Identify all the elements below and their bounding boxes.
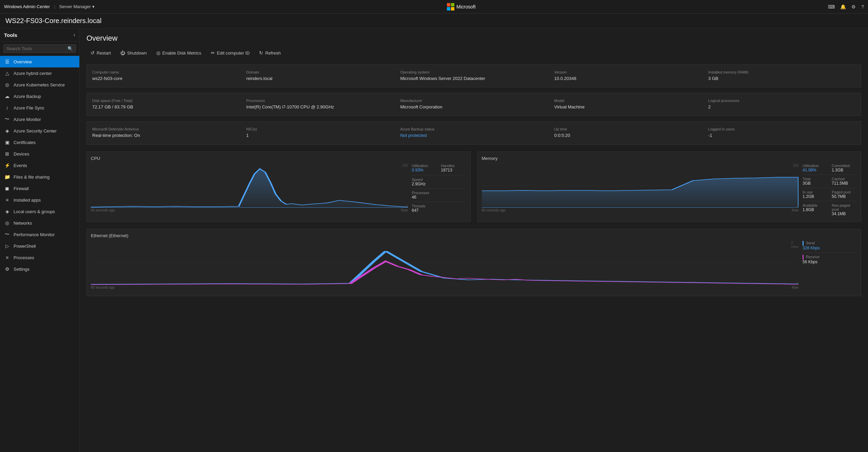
info-label-logged: Logged in users bbox=[708, 127, 855, 131]
not-protected-link[interactable]: Not protected bbox=[400, 133, 427, 138]
cpu-utilization-stat: Utilization 0.93% bbox=[412, 164, 436, 172]
memory-nonpaged-stat: Non-paged pool 34.1MB bbox=[832, 203, 857, 216]
main-layout: Tools ‹ 🔍 ☰ Overview △ Azure hybrid cent… bbox=[0, 28, 868, 452]
sidebar-item-azure-backup[interactable]: ☁ Azure Backup bbox=[0, 90, 79, 102]
topbar-left: Windows Admin Center | Server Manager ▾ bbox=[4, 4, 95, 9]
memory-total-stat: Total 3GB bbox=[803, 177, 826, 186]
ethernet-chart-inner: 2Mbps 0 60 seconds ago Now bbox=[91, 241, 857, 292]
search-input[interactable] bbox=[6, 46, 67, 51]
info-label-domain: Domain bbox=[246, 70, 393, 74]
nav-label-azure-file-sync: Azure File Sync bbox=[14, 105, 44, 110]
info-version: Version 10.0.20348 bbox=[554, 70, 702, 82]
server-manager-btn[interactable]: Server Manager ▾ bbox=[59, 4, 95, 9]
cpu-chart-inner: 100 bbox=[91, 164, 466, 214]
ethernet-chart-area: 2Mbps 0 60 seconds ago Now bbox=[91, 241, 798, 292]
ethernet-time-start: 60 seconds ago bbox=[91, 286, 115, 289]
nav-icon-azure-monitor: 〜 bbox=[4, 116, 10, 122]
cpu-scale-bottom: 0 bbox=[406, 205, 408, 208]
ethernet-recv-row: Receive 56 Kbps bbox=[803, 255, 857, 264]
memory-committed-label: Committed bbox=[832, 164, 855, 168]
terminal-icon[interactable]: ⌨ bbox=[828, 4, 835, 9]
sidebar-item-azure-hybrid[interactable]: △ Azure hybrid center bbox=[0, 67, 79, 79]
sidebar-item-azure-monitor[interactable]: 〜 Azure Monitor bbox=[0, 114, 79, 125]
nav-icon-powershell: ▷ bbox=[4, 243, 10, 249]
info-grid-row1: Computer name ws22-fs03-core Domain rein… bbox=[86, 64, 861, 87]
help-icon[interactable]: ? bbox=[861, 4, 864, 9]
sidebar-item-local-users[interactable]: ◈ Local users & groups bbox=[0, 206, 79, 217]
sidebar-nav: ☰ Overview △ Azure hybrid center ◎ Azure… bbox=[0, 56, 79, 452]
sidebar-item-processes[interactable]: ≡ Processes bbox=[0, 252, 79, 263]
memory-paged-label: Paged pool bbox=[832, 190, 855, 194]
ethernet-recv-value: 56 Kbps bbox=[803, 260, 826, 264]
memory-stat-row1: Utilization 41.08% Committed 1.3GB bbox=[803, 164, 857, 172]
nav-icon-installed-apps: ≡ bbox=[4, 197, 10, 203]
ethernet-send-row: Send 328 Kbps bbox=[803, 241, 857, 250]
info-ram: Installed memory (RAM) 3 GB bbox=[708, 70, 855, 82]
send-color-indicator bbox=[803, 241, 804, 246]
info-label-nics: NIC(s) bbox=[246, 127, 393, 131]
cpu-time-end: Now bbox=[401, 208, 408, 212]
cpu-threads-value: 647 bbox=[412, 208, 436, 213]
info-value-disk: 72.17 GB / 83.79 GB bbox=[92, 104, 239, 110]
cpu-speed-label: Speed bbox=[412, 178, 436, 182]
nav-label-performance: Performance Monitor bbox=[14, 232, 55, 237]
memory-util-value: 41.08% bbox=[803, 168, 826, 172]
sidebar-item-azure-kubernetes[interactable]: ◎ Azure Kubernetes Service bbox=[0, 79, 79, 90]
nav-icon-firewall: ◼ bbox=[4, 185, 10, 191]
ethernet-time-labels: 60 seconds ago Now bbox=[91, 286, 798, 289]
nav-label-azure-kubernetes: Azure Kubernetes Service bbox=[14, 82, 65, 87]
nav-icon-azure-kubernetes: ◎ bbox=[4, 82, 10, 88]
sidebar-item-settings[interactable]: ⚙ Settings bbox=[0, 263, 79, 275]
refresh-button[interactable]: ↻ Refresh bbox=[255, 48, 285, 58]
nav-label-firewall: Firewall bbox=[14, 186, 29, 191]
memory-chart-inner: 100 bbox=[482, 164, 857, 218]
info-value-model: Virtual Machine bbox=[554, 104, 702, 110]
info-defender: Microsoft Defender Antivirus Real-time p… bbox=[92, 127, 239, 139]
info-value-defender: Real-time protection: On bbox=[92, 132, 239, 139]
sidebar-item-powershell[interactable]: ▷ PowerShell bbox=[0, 240, 79, 252]
restart-button[interactable]: ↺ Restart bbox=[86, 48, 115, 58]
topbar: Windows Admin Center | Server Manager ▾ … bbox=[0, 0, 868, 14]
nav-label-certificates: Certificates bbox=[14, 140, 36, 145]
nav-icon-events: ⚡ bbox=[4, 162, 10, 168]
sidebar-item-overview[interactable]: ☰ Overview bbox=[0, 56, 79, 67]
cpu-stat-util: Utilization 0.93% Handles 18713 bbox=[412, 164, 466, 172]
cpu-chart-svg bbox=[91, 164, 408, 208]
sidebar-item-performance[interactable]: 〜 Performance Monitor bbox=[0, 229, 79, 240]
enable-disk-label: Enable Disk Metrics bbox=[162, 50, 201, 56]
enable-disk-button[interactable]: ◎ Enable Disk Metrics bbox=[152, 48, 205, 58]
sidebar-item-certificates[interactable]: ▣ Certificates bbox=[0, 137, 79, 148]
shutdown-button[interactable]: ⏻ Shutdown bbox=[116, 48, 151, 58]
sidebar-item-events[interactable]: ⚡ Events bbox=[0, 160, 79, 171]
cpu-speed-value: 2.9GHz bbox=[412, 182, 436, 186]
sidebar-item-firewall[interactable]: ◼ Firewall bbox=[0, 183, 79, 194]
nav-label-installed-apps: Installed apps bbox=[14, 198, 41, 203]
sidebar-item-networks[interactable]: ◎ Networks bbox=[0, 217, 79, 229]
nav-label-azure-monitor: Azure Monitor bbox=[14, 117, 41, 122]
ms-label: Microsoft bbox=[456, 4, 476, 9]
sidebar-item-azure-security[interactable]: ◈ Azure Security Center bbox=[0, 125, 79, 137]
settings-icon[interactable]: ⚙ bbox=[851, 4, 856, 9]
notification-icon[interactable]: 🔔 bbox=[840, 4, 846, 9]
cpu-chart-title: CPU bbox=[91, 156, 466, 161]
ms-grid-icon bbox=[447, 3, 454, 11]
memory-nonpaged-label: Non-paged pool bbox=[832, 203, 857, 211]
memory-util-label: Utilization bbox=[803, 164, 826, 168]
info-domain: Domain reinders.local bbox=[246, 70, 393, 82]
cpu-chart-area: 100 bbox=[91, 164, 408, 214]
sidebar-item-devices[interactable]: ⊞ Devices bbox=[0, 148, 79, 160]
ethernet-send-stat: Send 328 Kbps bbox=[803, 241, 826, 250]
sidebar-collapse-btn[interactable]: ‹ bbox=[74, 32, 75, 38]
info-processors: Processors Intel(R) Core(TM) i7-10700 CP… bbox=[246, 99, 393, 110]
info-label-os: Operating system bbox=[400, 70, 547, 74]
search-icon: 🔍 bbox=[67, 46, 73, 51]
sidebar-item-installed-apps[interactable]: ≡ Installed apps bbox=[0, 194, 79, 206]
info-logged-users: Logged in users -1 bbox=[708, 127, 855, 139]
info-disk: Disk space (Free / Total) 72.17 GB / 83.… bbox=[92, 99, 239, 110]
sidebar-item-azure-file-sync[interactable]: ↕ Azure File Sync bbox=[0, 102, 79, 114]
ethernet-chart-card: Ethernet (Ethernet) 2Mbps 0 bbox=[86, 229, 861, 296]
sidebar-header: Tools ‹ bbox=[0, 28, 79, 42]
edit-computer-button[interactable]: ✏ Edit computer ID bbox=[207, 48, 254, 58]
sidebar-item-files-sharing[interactable]: 📁 Files & file sharing bbox=[0, 171, 79, 183]
cpu-threads-stat: Threads 647 bbox=[412, 204, 436, 213]
